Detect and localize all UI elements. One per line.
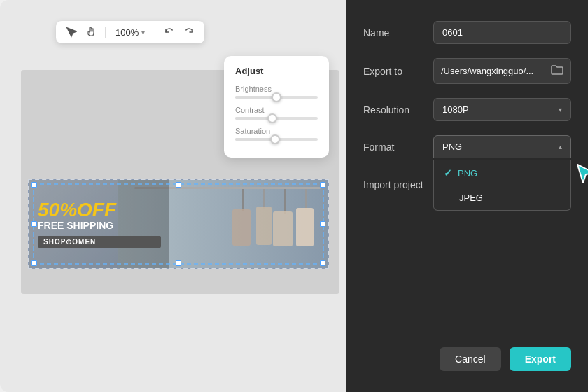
handle-bm[interactable] bbox=[176, 260, 181, 266]
resolution-chevron-icon: ▾ bbox=[559, 106, 562, 113]
handle-tm[interactable] bbox=[176, 182, 181, 188]
format-option-png[interactable]: ✓ PNG bbox=[434, 160, 570, 186]
zoom-value: 100% bbox=[115, 27, 139, 38]
redo-button[interactable] bbox=[182, 25, 196, 39]
format-chevron-icon: ▴ bbox=[559, 143, 562, 150]
contrast-slider-track[interactable] bbox=[235, 117, 318, 120]
export-to-label: Export to bbox=[363, 66, 433, 77]
hand-tool-icon[interactable] bbox=[84, 25, 98, 39]
resolution-select[interactable]: 1080P ▾ bbox=[433, 98, 571, 121]
name-row: Name bbox=[363, 21, 571, 44]
import-project-label: Import project bbox=[363, 179, 433, 190]
format-jpeg-label: JPEG bbox=[459, 192, 483, 203]
contrast-label: Contrast bbox=[235, 106, 318, 114]
handle-tr[interactable] bbox=[320, 182, 326, 188]
zoom-control[interactable]: 100% ▾ bbox=[113, 26, 148, 39]
saturation-control: Saturation bbox=[235, 127, 318, 141]
export-path-control[interactable]: /Users/wangxingguo/... bbox=[433, 58, 571, 84]
contrast-control: Contrast bbox=[235, 106, 318, 120]
editor-panel: 100% ▾ Adjust Brightness bbox=[0, 0, 346, 392]
handle-tl[interactable] bbox=[31, 182, 37, 188]
format-select[interactable]: PNG ▴ bbox=[433, 135, 571, 158]
handle-mr[interactable] bbox=[320, 221, 326, 227]
check-icon: ✓ bbox=[444, 167, 452, 178]
selection-box bbox=[33, 183, 324, 265]
export-button[interactable]: Export bbox=[510, 347, 571, 371]
adjust-title: Adjust bbox=[235, 66, 318, 76]
toolbar: 100% ▾ bbox=[56, 21, 204, 43]
name-input[interactable] bbox=[442, 27, 562, 38]
export-path-text: /Users/wangxingguo/... bbox=[441, 66, 547, 76]
brightness-control: Brightness bbox=[235, 85, 318, 99]
handle-ml[interactable] bbox=[31, 221, 37, 227]
format-option-jpeg[interactable]: JPEG bbox=[434, 186, 570, 210]
canvas-banner: 50%OFF FREE SHIPPING SHOP⊙OMEN bbox=[28, 178, 329, 270]
export-panel: Name Export to /Users/wangxingguo/... Re… bbox=[346, 0, 588, 392]
toolbar-divider bbox=[105, 27, 106, 38]
export-to-row: Export to /Users/wangxingguo/... bbox=[363, 58, 571, 84]
format-dropdown: ✓ PNG JPEG bbox=[433, 160, 571, 211]
svg-marker-0 bbox=[578, 164, 588, 183]
saturation-label: Saturation bbox=[235, 127, 318, 135]
brightness-slider-track[interactable] bbox=[235, 96, 318, 99]
cursor-arrow-icon bbox=[572, 159, 588, 187]
resolution-value: 1080P bbox=[442, 104, 469, 115]
saturation-slider-track[interactable] bbox=[235, 138, 318, 141]
format-label: Format bbox=[363, 141, 433, 153]
format-value: PNG bbox=[442, 141, 462, 152]
format-png-label: PNG bbox=[458, 168, 477, 178]
select-tool-icon[interactable] bbox=[64, 25, 78, 39]
cancel-button[interactable]: Cancel bbox=[440, 347, 501, 371]
handle-bl[interactable] bbox=[31, 260, 37, 266]
resolution-label: Resolution bbox=[363, 104, 433, 115]
folder-icon[interactable] bbox=[551, 64, 564, 78]
name-label: Name bbox=[363, 27, 433, 38]
format-row: Format PNG ▴ ✓ PNG JPEG bbox=[363, 135, 571, 158]
zoom-chevron-icon: ▾ bbox=[141, 29, 145, 36]
adjust-panel: Adjust Brightness Contrast Saturation bbox=[224, 56, 329, 158]
resolution-row: Resolution 1080P ▾ bbox=[363, 98, 571, 121]
name-control[interactable] bbox=[433, 21, 571, 44]
toolbar-divider-2 bbox=[155, 27, 155, 38]
undo-button[interactable] bbox=[162, 25, 176, 39]
handle-br[interactable] bbox=[320, 260, 326, 266]
bottom-buttons: Cancel Export bbox=[363, 333, 571, 371]
